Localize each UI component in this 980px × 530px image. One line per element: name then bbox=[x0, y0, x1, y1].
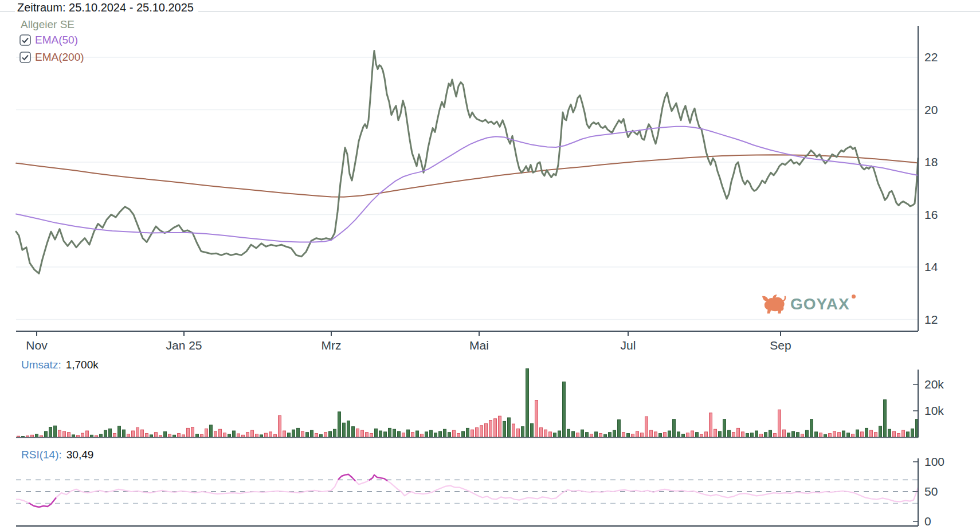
volume-bar bbox=[462, 431, 465, 437]
volume-bar bbox=[467, 428, 469, 437]
volume-bar bbox=[58, 430, 61, 437]
volume-bar bbox=[361, 430, 364, 437]
volume-bar bbox=[765, 433, 767, 437]
volume-bar bbox=[755, 431, 758, 437]
volume-bar bbox=[40, 435, 43, 437]
volume-bar bbox=[72, 435, 75, 437]
logo-dot-icon bbox=[852, 295, 856, 299]
volume-bar bbox=[398, 431, 401, 437]
volume-bar bbox=[347, 421, 350, 438]
volume-bar bbox=[622, 433, 625, 437]
volume-bar bbox=[343, 423, 346, 437]
volume-bar bbox=[540, 427, 543, 437]
volume-bar bbox=[517, 429, 520, 437]
rsi-ytick-label: 100 bbox=[924, 455, 944, 468]
volume-bar bbox=[476, 427, 479, 437]
volume-bar bbox=[861, 432, 864, 437]
volume-bar bbox=[714, 429, 717, 437]
volume-bar bbox=[260, 435, 263, 437]
volume-bar bbox=[384, 432, 387, 437]
volume-bar bbox=[842, 431, 845, 437]
volume-bar bbox=[508, 418, 511, 437]
volume-bar bbox=[641, 433, 644, 437]
logo-text: GOYAX bbox=[790, 296, 850, 312]
volume-bar bbox=[421, 434, 424, 438]
volume-bar bbox=[847, 433, 850, 437]
volume-bar bbox=[654, 432, 657, 437]
volume-bar bbox=[219, 429, 222, 437]
volume-bar bbox=[797, 433, 799, 437]
volume-bar bbox=[196, 434, 199, 438]
legend-item-ema50[interactable]: EMA(50) bbox=[19, 34, 78, 46]
volume-bar bbox=[132, 431, 135, 437]
volume-bar bbox=[567, 429, 570, 437]
checkbox-ema50-icon[interactable] bbox=[19, 34, 31, 46]
month-label: Mrz bbox=[322, 339, 342, 352]
volume-bar bbox=[26, 436, 29, 437]
price-ytick-label: 16 bbox=[924, 208, 938, 221]
volume-bar bbox=[865, 428, 868, 437]
volume-bar bbox=[141, 430, 144, 437]
volume-bar bbox=[127, 434, 130, 438]
volume-bar bbox=[269, 432, 272, 437]
volume-bar bbox=[884, 400, 887, 437]
volume-bar bbox=[604, 434, 607, 437]
volume-bar bbox=[787, 433, 790, 437]
volume-bar bbox=[558, 431, 561, 437]
volume-bar bbox=[778, 410, 781, 437]
volume-bar bbox=[136, 427, 139, 437]
volume-bar bbox=[288, 433, 291, 437]
volume-bar bbox=[668, 431, 671, 437]
legend-item-ema200[interactable]: EMA(200) bbox=[19, 52, 84, 63]
volume-bar bbox=[228, 434, 231, 437]
volume-bar bbox=[100, 434, 103, 437]
volume-bar bbox=[820, 433, 822, 437]
volume-bar bbox=[751, 433, 754, 437]
volume-bar bbox=[833, 431, 836, 437]
volume-bar bbox=[870, 430, 873, 437]
volume-bar bbox=[687, 433, 689, 437]
volume-bar bbox=[448, 433, 451, 437]
volume-bar bbox=[645, 417, 648, 437]
checkbox-ema200-icon[interactable] bbox=[19, 52, 31, 63]
price-chart-plot-area[interactable]: 222018161412NovJan 25MrzMaiJulSep10k20k1… bbox=[0, 0, 980, 530]
volume-bar bbox=[838, 433, 841, 437]
volume-bar bbox=[320, 434, 323, 437]
volume-bar bbox=[324, 433, 327, 437]
volume-bar bbox=[636, 431, 639, 437]
volume-bar bbox=[875, 433, 877, 437]
volume-bar bbox=[214, 431, 217, 437]
volume-bar bbox=[430, 430, 433, 437]
month-label: Sep bbox=[770, 339, 791, 352]
volume-bar bbox=[375, 429, 378, 437]
volume-bar bbox=[544, 430, 547, 437]
volume-bar bbox=[31, 435, 34, 437]
month-label: Jul bbox=[621, 339, 636, 352]
volume-bar bbox=[297, 428, 300, 437]
volume-bar bbox=[719, 431, 722, 437]
goyax-logo: GOYAX bbox=[760, 293, 856, 315]
ema-50--line bbox=[16, 127, 918, 242]
volume-bar bbox=[682, 434, 685, 438]
volume-bar bbox=[283, 431, 286, 437]
month-label: Mai bbox=[469, 339, 489, 352]
volume-bar bbox=[911, 429, 914, 437]
volume-bar bbox=[182, 435, 185, 437]
bull-icon bbox=[760, 293, 786, 315]
volume-bar bbox=[586, 433, 589, 437]
volume-bar bbox=[91, 435, 93, 437]
volume-bar bbox=[123, 430, 126, 437]
volume-bar bbox=[471, 430, 474, 437]
volume-bar bbox=[489, 421, 492, 437]
volume-bar bbox=[118, 426, 121, 437]
volume-bar bbox=[742, 432, 744, 437]
volume-bar bbox=[590, 434, 593, 438]
volume-bar bbox=[599, 434, 602, 437]
volume-bar bbox=[411, 433, 414, 437]
volume-bar bbox=[732, 433, 735, 437]
volume-bar bbox=[774, 434, 777, 437]
volume-bar bbox=[902, 430, 905, 437]
volume-bar bbox=[366, 433, 369, 437]
volume-bar bbox=[251, 430, 254, 437]
volume-bar bbox=[233, 431, 236, 437]
